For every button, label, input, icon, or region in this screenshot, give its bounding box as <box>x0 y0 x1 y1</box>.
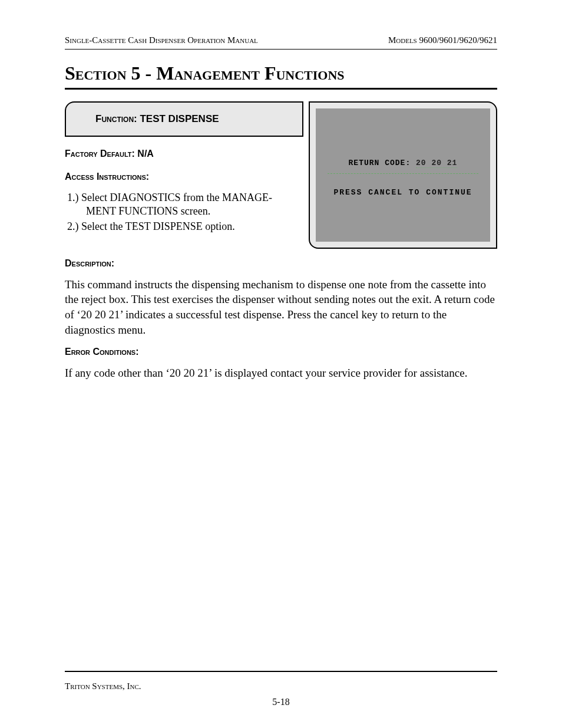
function-box: Function: TEST DISPENSE RETURN CODE: 20 … <box>65 101 497 249</box>
header-right: Models 9600/9601/9620/9621 <box>388 35 497 45</box>
header-rule <box>65 49 497 50</box>
return-code-label: RETURN CODE: <box>349 159 411 167</box>
header-left: Single-Cassette Cash Dispenser Operation… <box>65 35 258 45</box>
screen-divider <box>328 173 478 174</box>
screen-frame: RETURN CODE: 20 20 21 PRESS CANCEL TO CO… <box>309 101 497 249</box>
atm-screen: RETURN CODE: 20 20 21 PRESS CANCEL TO CO… <box>316 108 490 242</box>
function-name: TEST DISPENSE <box>140 113 219 124</box>
function-banner: Function: TEST DISPENSE <box>65 101 303 137</box>
return-code-value: 20 20 21 <box>416 159 457 168</box>
access-step: 2.) Select the TEST DISPENSE option. <box>67 220 289 233</box>
error-conditions-text: If any code other than ‘20 20 21’ is dis… <box>65 367 467 379</box>
error-conditions-label: Error Conditions: <box>65 345 497 358</box>
function-left-column: Factory Default: N/A Access Instructions… <box>65 147 289 235</box>
factory-default-value: N/A <box>137 149 154 159</box>
footer-company: Triton Systems, Inc. <box>65 681 141 691</box>
access-steps: 1.) Select DIAGNOSTICS from the MANAGE­M… <box>67 191 289 233</box>
function-label: Function: <box>95 113 140 124</box>
section-title: Section 5 - Management Functions <box>65 62 497 84</box>
factory-default-label: Factory Default: <box>65 149 137 159</box>
description-section: Description: This command instructs the … <box>65 257 497 337</box>
page-header: Single-Cassette Cash Dispenser Operation… <box>65 35 497 45</box>
title-rule <box>65 88 497 90</box>
error-section: Error Conditions: If any code other than… <box>65 345 497 380</box>
description-text: This command instructs the dispensing me… <box>65 278 495 336</box>
screen-continue-text: PRESS CANCEL TO CONTINUE <box>328 188 478 197</box>
access-instructions-label: Access Instructions: <box>65 172 149 182</box>
access-step: 1.) Select DIAGNOSTICS from the MANAGE­M… <box>67 191 289 219</box>
description-label: Description: <box>65 257 497 270</box>
banner-bottom-rule <box>65 136 303 137</box>
page-number: 5-18 <box>0 697 562 707</box>
footer-rule <box>65 671 497 672</box>
